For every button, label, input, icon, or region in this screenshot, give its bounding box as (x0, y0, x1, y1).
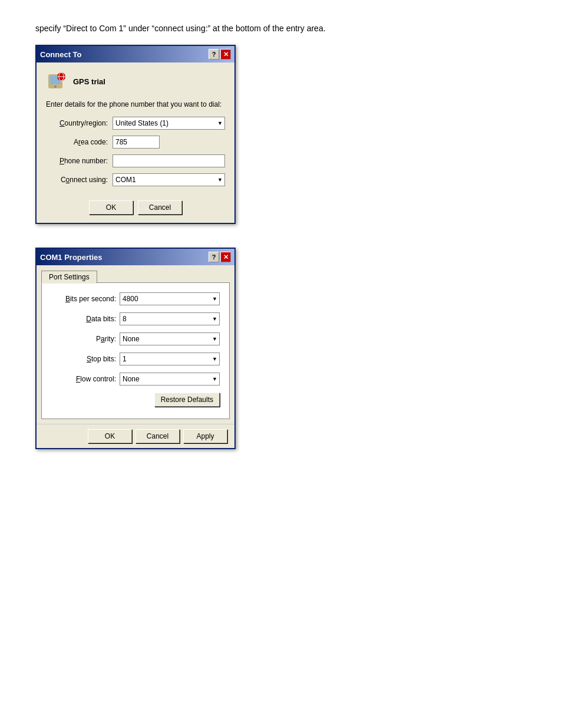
area-code-row: Area code: (46, 136, 225, 149)
area-label: Area code: (46, 138, 108, 146)
stop-bits-select[interactable]: 1 (120, 353, 220, 365)
com1-title-area: COM1 Properties (40, 253, 102, 262)
gps-icon-row: GPS trial (46, 71, 225, 92)
data-bits-row: Data bits: 8 (51, 312, 220, 325)
connect-using-label: Connect using: (46, 176, 108, 184)
connect-using-select-wrapper[interactable]: COM1 (113, 173, 225, 186)
svg-point-2 (54, 85, 57, 88)
stopbits-label-text: Stop bits: (87, 355, 116, 363)
bits-per-second-row: Bits per second: 4800 (51, 292, 220, 305)
titlebar-title-area: Connect To (40, 50, 82, 59)
help-button[interactable]: ? (209, 49, 219, 60)
databits-label-text: Data bits: (86, 315, 116, 323)
stopbits-label: Stop bits: (51, 355, 116, 363)
titlebar-buttons: ? ✕ (209, 49, 231, 60)
tab-port-settings[interactable]: Port Settings (41, 271, 97, 284)
restore-defaults-row: Restore Defaults (51, 393, 220, 407)
area-code-input[interactable] (113, 136, 160, 149)
country-label: Country/region: (46, 119, 108, 127)
country-select-wrapper[interactable]: United States (1) (113, 117, 225, 130)
flowcontrol-label-text: Flow control: (76, 375, 116, 383)
gps-icon (46, 71, 67, 92)
connect-to-titlebar: Connect To ? ✕ (37, 46, 234, 62)
bits-per-second-select[interactable]: 4800 (120, 292, 220, 305)
parity-label-text: Parity: (96, 335, 116, 343)
flowcontrol-label: Flow control: (51, 375, 116, 383)
com1-properties-dialog: COM1 Properties ? ✕ Port Settings Bits p… (35, 248, 236, 449)
stop-bits-row: Stop bits: 1 (51, 353, 220, 365)
connect-using-label-text: Connect using: (61, 176, 108, 184)
flow-control-row: Flow control: None (51, 373, 220, 386)
phone-number-input[interactable] (113, 154, 225, 167)
cancel-button[interactable]: Cancel (138, 200, 182, 215)
com1-ok-button[interactable]: OK (88, 429, 132, 443)
close-button[interactable]: ✕ (220, 49, 231, 60)
connect-to-title: Connect To (40, 50, 82, 59)
bits-label-text: Bits per second: (65, 295, 116, 303)
connection-name: GPS trial (73, 77, 105, 86)
bits-select-wrapper[interactable]: 4800 (120, 292, 220, 305)
dialog-description: Enter details for the phone number that … (46, 100, 225, 108)
connect-to-buttons: OK Cancel (46, 196, 225, 215)
com1-close-button[interactable]: ✕ (220, 252, 231, 262)
connect-to-dialog: Connect To ? ✕ GPS tr (35, 45, 236, 224)
connect-using-row: Connect using: COM1 (46, 173, 225, 186)
restore-defaults-button[interactable]: Restore Defaults (154, 393, 220, 407)
port-settings-tab-content: Bits per second: 4800 Data bits: 8 Parit (41, 282, 230, 419)
parity-select[interactable]: None (120, 332, 220, 345)
country-label-text: Country/region: (59, 119, 108, 127)
ok-button[interactable]: OK (89, 200, 133, 215)
com1-titlebar: COM1 Properties ? ✕ (37, 249, 234, 265)
parity-label: Parity: (51, 335, 116, 343)
stopbits-select-wrapper[interactable]: 1 (120, 353, 220, 365)
tab-strip: Port Settings (41, 271, 230, 283)
parity-select-wrapper[interactable]: None (120, 332, 220, 345)
area-label-text: Area code: (74, 138, 108, 146)
flowcontrol-select-wrapper[interactable]: None (120, 373, 220, 386)
connect-using-select[interactable]: COM1 (113, 173, 225, 186)
flow-control-select[interactable]: None (120, 373, 220, 386)
country-select[interactable]: United States (1) (113, 117, 225, 130)
data-bits-select[interactable]: 8 (120, 312, 220, 325)
com1-footer-buttons: OK Cancel Apply (37, 424, 234, 448)
phone-number-row: Phone number: (46, 154, 225, 167)
connect-to-body: GPS trial Enter details for the phone nu… (37, 62, 234, 223)
databits-label: Data bits: (51, 315, 116, 323)
com1-titlebar-buttons: ? ✕ (209, 252, 231, 262)
com1-cancel-button[interactable]: Cancel (135, 429, 180, 443)
com1-help-button[interactable]: ? (209, 252, 219, 262)
com1-title: COM1 Properties (40, 253, 102, 262)
phone-label: Phone number: (46, 157, 108, 165)
databits-select-wrapper[interactable]: 8 (120, 312, 220, 325)
intro-text: specify “Direct to Com 1” under “connect… (35, 24, 527, 33)
bits-label: Bits per second: (51, 295, 116, 303)
com1-apply-button[interactable]: Apply (183, 429, 227, 443)
phone-label-text: Phone number: (59, 157, 108, 165)
parity-row: Parity: None (51, 332, 220, 345)
country-row: Country/region: United States (1) (46, 117, 225, 130)
